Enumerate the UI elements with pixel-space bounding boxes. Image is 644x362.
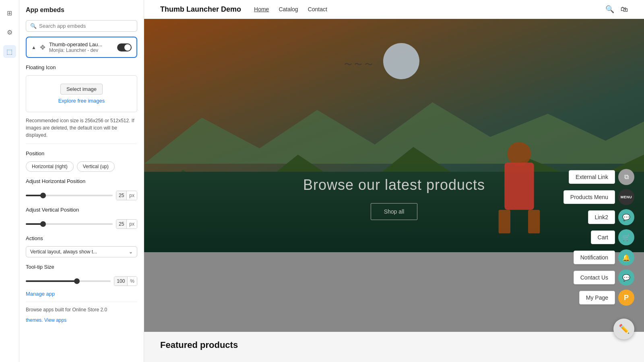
store-header: Thumb Launcher Demo Home Catalog Contact… — [144, 0, 644, 19]
action-label-external-link: External Link — [569, 170, 615, 184]
products-menu-icon-btn[interactable]: MENU — [618, 189, 634, 205]
link2-icon-btn[interactable]: 💬 — [618, 209, 634, 225]
action-row-link2: Link2 💬 — [564, 209, 634, 225]
horizontal-slider-track[interactable] — [26, 195, 113, 196]
nav-home[interactable]: Home — [254, 6, 269, 12]
svg-rect-4 — [499, 210, 510, 234]
search-input[interactable] — [39, 23, 133, 29]
embed-item-name: Thumb-operated Lau... — [49, 41, 114, 47]
action-label-contact-us: Contact Us — [574, 271, 615, 284]
vertical-slider-track[interactable] — [26, 223, 113, 225]
horizontal-position-label: Adjust Horizontal Position — [26, 178, 137, 184]
nav-catalog[interactable]: Catalog — [279, 6, 298, 12]
cart-action-icon-btn[interactable]: 🛒 — [618, 229, 634, 245]
hero-title: Browse our latest products — [303, 177, 485, 193]
action-row-notification: Notification 🔔 — [564, 249, 634, 265]
action-row-cart: Cart 🛒 — [564, 229, 634, 245]
vertical-up-btn[interactable]: Vertical (up) — [77, 161, 115, 172]
notification-icon-btn[interactable]: 🔔 — [618, 249, 634, 265]
vertical-value-box: 25 px — [116, 219, 137, 229]
settings-icon-btn[interactable]: ⚙ — [3, 26, 16, 39]
figure-silhouette — [475, 111, 564, 252]
tooltip-slider-fill — [26, 280, 77, 282]
side-icon-bar: ⊞ ⚙ ⬚ — [0, 0, 19, 362]
tooltip-value: 100 — [114, 277, 127, 286]
tooltip-slider-thumb[interactable] — [74, 278, 80, 284]
hero-content: Browse our latest products Shop all — [303, 177, 485, 220]
apps-icon-btn[interactable]: ⬚ — [3, 45, 16, 58]
divider-1 — [26, 144, 137, 144]
vertical-value: 25 — [116, 220, 126, 228]
action-row-external-link: External Link ⧉ — [564, 169, 634, 185]
external-link-icon-btn[interactable]: ⧉ — [618, 169, 634, 185]
position-label: Position — [26, 150, 137, 156]
action-label-notification: Notification — [574, 251, 615, 264]
birds-decoration: 〜 〜 〜 — [344, 59, 373, 70]
tooltip-unit: % — [127, 277, 137, 286]
actions-select[interactable]: Vertical layout, always show t... ⌄ — [26, 246, 137, 257]
dashboard-icon-btn[interactable]: ⊞ — [3, 6, 16, 19]
embed-item-text: Thumb-operated Lau... Monjia: Launcher -… — [49, 41, 114, 53]
embed-item-subtitle: Monjia: Launcher - dev — [49, 47, 114, 53]
action-label-cart: Cart — [591, 230, 615, 244]
my-page-icon-btn[interactable]: P — [618, 290, 634, 306]
store-name: Thumb Launcher Demo — [160, 5, 241, 14]
horizontal-slider-thumb[interactable] — [40, 193, 46, 198]
nav-contact[interactable]: Contact — [308, 6, 327, 12]
select-image-button[interactable]: Select image — [60, 84, 103, 95]
featured-section: Featured products — [144, 332, 644, 362]
chevron-up-icon[interactable]: ▲ — [31, 45, 36, 50]
action-row-products-menu: Products Menu MENU — [564, 189, 634, 205]
explore-free-images-link[interactable]: Explore free images — [58, 98, 105, 104]
horizontal-value: 25 — [116, 191, 126, 200]
app-embeds-panel: App embeds 🔍 ▲ ❖ Thumb-operated Lau... M… — [19, 0, 144, 362]
horizontal-right-btn[interactable]: Horizontal (right) — [26, 161, 74, 172]
horizontal-unit: px — [126, 191, 137, 200]
tooltip-slider-track[interactable] — [26, 280, 111, 282]
thumb-launcher-button[interactable]: ✏️ — [613, 319, 634, 339]
chevron-down-icon: ⌄ — [129, 249, 133, 255]
thumb-launcher-icon: ✏️ — [619, 324, 630, 334]
moon-decoration — [383, 43, 419, 79]
floating-icon-label: Floating Icon — [26, 64, 137, 70]
store-header-actions: 🔍 🛍 — [605, 5, 628, 14]
svg-rect-5 — [528, 210, 540, 234]
action-row-my-page: My Page P — [564, 290, 634, 306]
action-label-my-page: My Page — [579, 291, 615, 304]
icon-helper-text: Recommended icon size is 256x256 or 512x… — [26, 117, 137, 139]
action-label-link2: Link2 — [588, 210, 615, 224]
svg-rect-3 — [504, 162, 534, 210]
shop-all-button[interactable]: Shop all — [371, 203, 418, 220]
embed-toggle[interactable] — [117, 43, 132, 51]
manage-app-link[interactable]: Manage app — [26, 291, 137, 297]
svg-point-2 — [508, 142, 531, 166]
divider-2 — [26, 302, 137, 302]
search-icon: 🔍 — [30, 23, 37, 29]
cart-icon-btn[interactable]: 🛍 — [621, 5, 628, 14]
floating-actions-panel: External Link ⧉ Products Menu MENU Link2… — [564, 169, 634, 306]
browse-text: Browse apps built for Online Store 2.0 — [26, 307, 137, 313]
store-preview: Thumb Launcher Demo Home Catalog Contact… — [144, 0, 644, 362]
action-label-products-menu: Products Menu — [564, 190, 615, 204]
embed-item: ▲ ❖ Thumb-operated Lau... Monjia: Launch… — [26, 37, 137, 58]
tooltip-value-box: 100 % — [114, 276, 137, 286]
vertical-position-label: Adjust Vertical Position — [26, 207, 137, 213]
tooltip-size-slider-row: 100 % — [26, 276, 137, 286]
actions-label: Actions — [26, 235, 137, 241]
horizontal-value-box: 25 px — [116, 191, 137, 200]
vertical-slider-thumb[interactable] — [40, 221, 46, 227]
search-icon-btn[interactable]: 🔍 — [605, 5, 614, 14]
panel-title: App embeds — [26, 6, 137, 14]
action-row-contact-us: Contact Us 💬 — [564, 269, 634, 286]
position-buttons: Horizontal (right) Vertical (up) — [26, 161, 137, 172]
store-nav: Home Catalog Contact — [254, 6, 592, 12]
horizontal-position-slider-row: 25 px — [26, 191, 137, 200]
actions-value: Vertical layout, always show t... — [30, 249, 97, 255]
vertical-unit: px — [126, 220, 137, 228]
search-box[interactable]: 🔍 — [26, 20, 137, 32]
vertical-position-slider-row: 25 px — [26, 219, 137, 229]
featured-title: Featured products — [160, 340, 628, 350]
contact-us-icon-btn[interactable]: 💬 — [618, 269, 634, 286]
tooltip-size-label: Tool-tip Size — [26, 264, 137, 270]
view-apps-link[interactable]: themes. View apps — [26, 317, 137, 323]
